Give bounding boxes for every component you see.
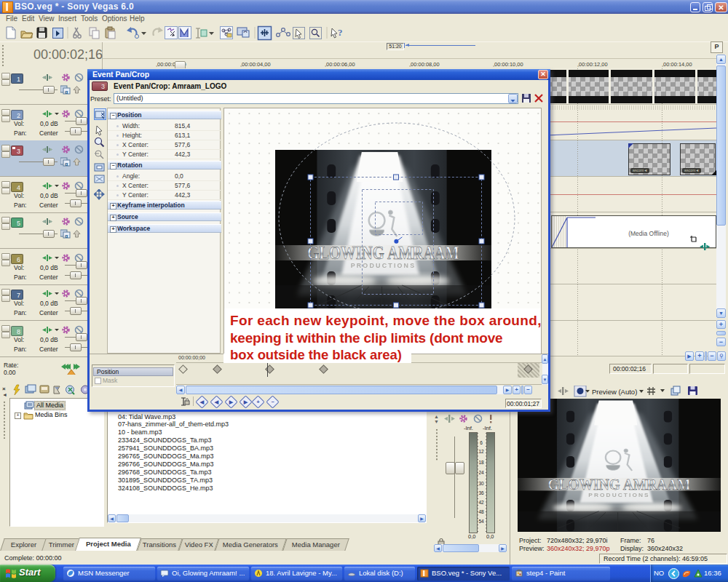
svg-text:?: ?: [338, 27, 343, 38]
